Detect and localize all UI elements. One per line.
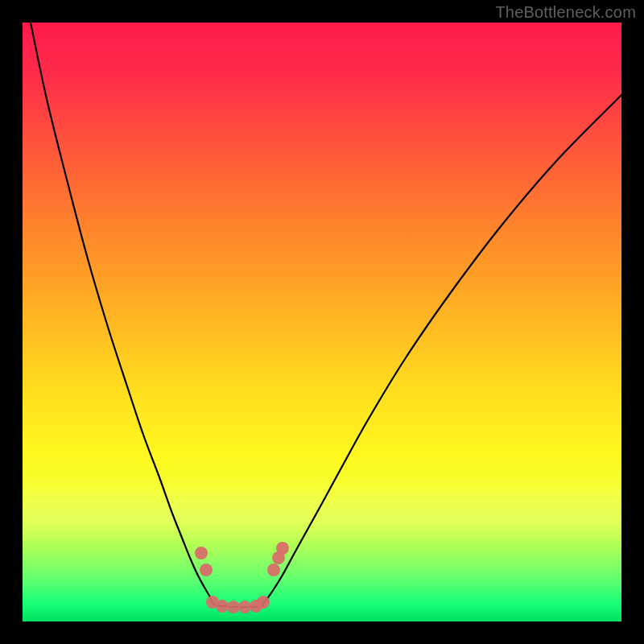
- chart-canvas: [23, 23, 621, 621]
- marker-dot: [206, 596, 219, 609]
- marker-dot: [238, 601, 251, 613]
- marker-dot: [250, 600, 262, 613]
- highlight-band: [23, 473, 621, 546]
- marker-dot: [195, 547, 208, 559]
- marker-dot: [200, 564, 213, 576]
- bottleneck-curve: [31, 23, 621, 607]
- marker-dot: [227, 601, 240, 613]
- marker-dot: [267, 564, 280, 576]
- marker-dot: [276, 542, 289, 555]
- marker-dot: [216, 600, 229, 613]
- marker-dot: [257, 596, 270, 609]
- outer-frame: TheBottleneck.com: [0, 0, 644, 644]
- marker-dot: [272, 551, 285, 564]
- watermark-text: TheBottleneck.com: [495, 3, 636, 22]
- chart-svg: [23, 23, 621, 621]
